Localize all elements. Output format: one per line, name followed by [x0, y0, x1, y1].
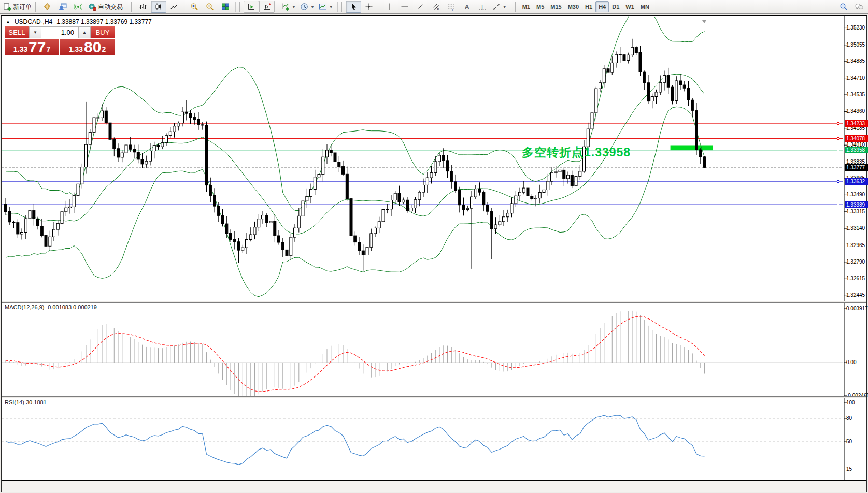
arrows-icon	[492, 3, 501, 11]
chart-shift-button[interactable]	[259, 1, 275, 13]
price-axis-tick: 1.34885	[846, 58, 865, 64]
crosshair-tool-button[interactable]	[361, 1, 377, 13]
channel-tool-button[interactable]: E	[428, 1, 444, 13]
rsi-indicator-label: RSI(14) 30.1881	[5, 399, 47, 405]
auto-scroll-icon	[247, 3, 255, 11]
chart-ohlc-values: 1.33887 1.33897 1.33769 1.33777	[56, 18, 152, 25]
auto-trading-button[interactable]: 自动交易	[86, 1, 125, 13]
indicators-button[interactable]: ▼	[279, 1, 298, 13]
new-chart-button[interactable]	[39, 1, 55, 13]
auto-trading-label: 自动交易	[98, 3, 123, 11]
candlestick-icon	[154, 3, 163, 11]
bar-chart-icon	[139, 3, 147, 11]
signals-button[interactable]	[70, 1, 86, 13]
cursor-tool-button[interactable]	[346, 1, 361, 13]
auto-trading-icon	[88, 3, 96, 11]
price-axis-tick: 1.33315	[846, 209, 865, 214]
periods-caret: ▼	[310, 5, 315, 9]
line-chart-mode-button[interactable]	[166, 1, 182, 13]
zoom-out-button[interactable]	[202, 1, 218, 13]
rsi-axis-tick: 50	[846, 439, 852, 444]
timeframe-h4-button[interactable]: H4	[595, 1, 609, 12]
tile-windows-icon	[221, 3, 230, 11]
buy-button[interactable]: BUY	[91, 26, 115, 38]
tile-windows-button[interactable]	[218, 1, 233, 13]
svg-text:T: T	[480, 4, 483, 10]
buy-price-big: 80	[84, 40, 101, 54]
volume-increase-button[interactable]: ▲	[78, 26, 91, 38]
line-price-tag: 1.33632	[845, 178, 868, 185]
sell-button[interactable]: SELL	[5, 26, 29, 38]
person-window-icon	[59, 3, 67, 11]
chart-annotation-text[interactable]: 多空转折点1.33958	[522, 144, 631, 161]
line-price-tag: 1.34078	[845, 135, 868, 142]
line-drag-handle[interactable]	[837, 180, 839, 183]
sell-price-panel[interactable]: 1.33 77 7	[5, 39, 59, 55]
horizontal-line-tool-button[interactable]	[397, 1, 412, 13]
price-axis-tick: 1.35230	[846, 25, 865, 31]
sell-price-small: 1.33	[13, 44, 27, 54]
collapse-panel-icon[interactable]: ▲	[6, 19, 10, 24]
volume-input[interactable]: 1.00	[41, 26, 78, 38]
arrows-caret: ▼	[503, 5, 507, 9]
timeframe-m1-button[interactable]: M1	[519, 1, 533, 12]
line-drag-handle[interactable]	[837, 122, 839, 125]
fibonacci-icon: F	[447, 3, 456, 11]
text-tool-button[interactable]: A	[459, 1, 475, 13]
price-axis-tick: 1.34360	[846, 108, 865, 114]
timeframe-m30-button[interactable]: M30	[565, 1, 582, 12]
price-axis-tick: 1.34535	[846, 92, 865, 97]
auto-scroll-button[interactable]	[244, 1, 259, 13]
indicators-caret: ▼	[292, 5, 296, 9]
line-drag-handle[interactable]	[837, 204, 839, 206]
timeframe-w1-button[interactable]: W1	[622, 1, 637, 12]
panel-separator-macd-rsi[interactable]	[2, 396, 866, 398]
fibonacci-tool-button[interactable]: F	[444, 1, 459, 13]
timeframe-h1-button[interactable]: H1	[582, 1, 595, 12]
timeframe-group: M1M5M15M30H1H4D1W1MN	[519, 1, 652, 12]
svg-text:F: F	[452, 8, 454, 11]
trendline-tool-button[interactable]	[412, 1, 428, 13]
buy-price-panel[interactable]: 1.33 80 2	[60, 39, 115, 55]
timeframe-m5-button[interactable]: M5	[533, 1, 547, 12]
chat-button[interactable]	[851, 1, 867, 13]
price-axis-tick: 1.33140	[846, 225, 865, 231]
candlestick-mode-button[interactable]	[151, 1, 166, 13]
line-drag-handle[interactable]	[837, 149, 839, 151]
templates-icon	[319, 3, 327, 11]
chart-window[interactable]: ▲ USDCAD-,H4 1.33887 1.33897 1.33769 1.3…	[1, 15, 867, 492]
rsi-axis-tick: 15	[846, 466, 852, 472]
chart-header: ▲ USDCAD-,H4 1.33887 1.33897 1.33769 1.3…	[6, 18, 152, 25]
macd-axis-tick: 0.003917	[846, 306, 868, 311]
periods-button[interactable]: ▼	[298, 1, 317, 13]
line-price-tag: 1.33958	[845, 147, 868, 153]
timeframe-d1-button[interactable]: D1	[609, 1, 622, 12]
text-label-tool-button[interactable]: T	[475, 1, 490, 13]
svg-text:A: A	[464, 3, 469, 11]
line-drag-handle[interactable]	[837, 137, 839, 140]
templates-button[interactable]: ▼	[317, 1, 335, 13]
time-axis-strip[interactable]	[2, 480, 866, 492]
main-toolbar: 新订单 自动交易 ▼ ▼ ▼ E F A T ▼ M1M5M15M30H1H4D…	[0, 0, 868, 14]
bar-chart-mode-button[interactable]	[135, 1, 151, 13]
gold-crystal-icon	[43, 3, 51, 11]
chart-title: USDCAD-,H4	[15, 18, 52, 25]
market-watch-button[interactable]	[55, 1, 70, 13]
arrows-tool-button[interactable]: ▼	[490, 1, 509, 13]
search-button[interactable]	[836, 1, 851, 13]
clock-icon	[300, 3, 308, 11]
volume-decrease-button[interactable]: ▼	[29, 26, 41, 38]
zoom-in-icon	[190, 3, 198, 11]
chart-shift-marker[interactable]	[702, 20, 706, 23]
panel-separator-main-macd[interactable]	[2, 301, 866, 303]
line-price-tag: 1.34233	[845, 120, 868, 127]
search-icon	[839, 3, 848, 11]
price-chart-canvas[interactable]	[2, 16, 866, 492]
buy-price-sup: 2	[102, 39, 106, 60]
timeframe-m15-button[interactable]: M15	[547, 1, 564, 12]
zoom-in-button[interactable]	[187, 1, 202, 13]
new-order-button[interactable]: 新订单	[1, 1, 34, 13]
vertical-line-tool-button[interactable]	[381, 1, 397, 13]
timeframe-mn-button[interactable]: MN	[637, 1, 652, 12]
price-axis-tick: 1.32790	[846, 259, 865, 265]
